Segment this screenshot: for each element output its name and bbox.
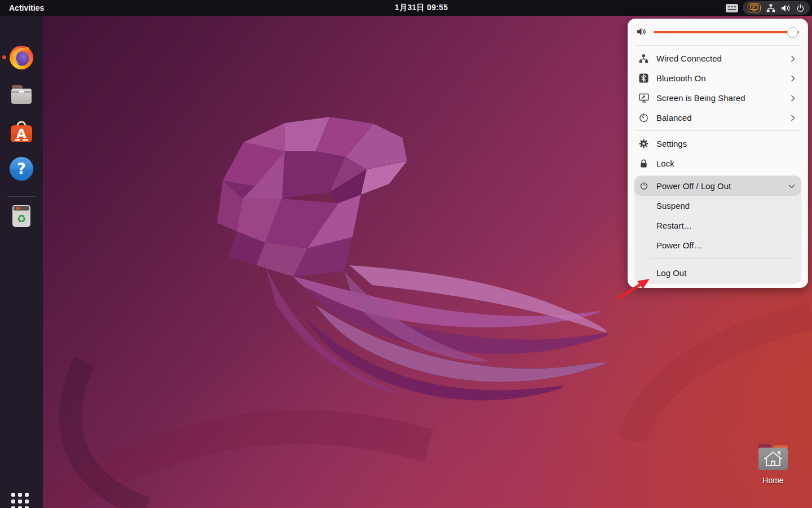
- menu-item-label: Balanced: [656, 113, 783, 122]
- power-section: Power Off / Log Out Suspend Restart… Pow…: [634, 176, 801, 284]
- volume-slider-knob[interactable]: [787, 27, 798, 38]
- desktop-home-folder[interactable]: Home: [756, 444, 790, 484]
- system-tray: [726, 1, 810, 15]
- clock-button[interactable]: 1月31日 09:55: [395, 0, 448, 16]
- power-icon: [796, 4, 805, 12]
- firefox-running-indicator: [2, 55, 6, 59]
- dock-files-icon[interactable]: [8, 81, 35, 108]
- volume-slider-row: [628, 19, 808, 42]
- menu-item-power-off-log-out[interactable]: Power Off / Log Out: [634, 176, 801, 196]
- home-label: Home: [756, 476, 790, 485]
- volume-icon: [781, 4, 791, 12]
- quick-settings-menu: Wired Connected Bluetooth On: [628, 19, 808, 288]
- desktop-screen: Activities 1月31日 09:55: [0, 0, 812, 508]
- dock-ubuntu-software-icon[interactable]: A: [8, 118, 35, 145]
- keyboard-layout-icon[interactable]: [726, 4, 738, 12]
- svg-text:♻: ♻: [16, 212, 26, 225]
- power-icon: [638, 181, 649, 190]
- submenu-item-power-off[interactable]: Power Off…: [634, 235, 801, 255]
- menu-item-label: Bluetooth On: [656, 73, 783, 83]
- menu-divider: [635, 45, 801, 46]
- submenu-divider: [649, 259, 793, 259]
- submenu-item-label: Suspend: [656, 201, 690, 211]
- screen-share-icon: [748, 3, 761, 12]
- dock-firefox-icon[interactable]: [8, 43, 35, 71]
- settings-gear-icon: [638, 139, 649, 148]
- menu-item-label: Wired Connected: [656, 54, 783, 63]
- menu-item-screen-share[interactable]: Screen is Being Shared: [634, 88, 801, 108]
- chevron-right-icon: [790, 55, 796, 63]
- submenu-item-restart[interactable]: Restart…: [634, 216, 801, 235]
- dock-trash-icon[interactable]: ♻: [8, 202, 35, 229]
- dock-help-icon[interactable]: ?: [8, 155, 35, 182]
- menu-item-label: Settings: [656, 139, 796, 148]
- svg-text:?: ?: [17, 160, 26, 177]
- chevron-right-icon: [790, 94, 796, 102]
- svg-text:A: A: [16, 126, 27, 141]
- submenu-item-label: Power Off…: [656, 240, 702, 250]
- menu-item-label: Screen is Being Shared: [656, 93, 783, 103]
- bluetooth-icon: [638, 73, 649, 83]
- chevron-right-icon: [790, 75, 796, 82]
- submenu-item-label: Restart…: [656, 221, 692, 230]
- menu-item-power-profile[interactable]: Balanced: [634, 108, 801, 128]
- chevron-right-icon: [790, 114, 796, 122]
- submenu-item-label: Log Out: [656, 268, 686, 278]
- submenu-item-log-out[interactable]: Log Out: [634, 263, 801, 283]
- lock-icon: [638, 159, 649, 168]
- menu-item-bluetooth[interactable]: Bluetooth On: [634, 68, 801, 88]
- speaker-icon: [637, 27, 647, 38]
- quick-settings-button[interactable]: [743, 1, 810, 15]
- power-profile-gauge-icon: [638, 113, 649, 122]
- volume-slider[interactable]: [654, 31, 799, 33]
- dock-divider: [7, 196, 36, 197]
- menu-item-label: Power Off / Log Out: [656, 181, 780, 191]
- dock: A ? ♻: [0, 16, 43, 508]
- network-wired-icon: [638, 54, 649, 63]
- menu-item-wired[interactable]: Wired Connected: [634, 49, 801, 68]
- activities-button[interactable]: Activities: [9, 3, 44, 12]
- menu-item-settings[interactable]: Settings: [634, 134, 801, 154]
- top-bar: Activities 1月31日 09:55: [0, 0, 812, 16]
- chevron-down-icon: [788, 181, 796, 191]
- menu-item-label: Lock: [656, 159, 796, 168]
- submenu-item-suspend[interactable]: Suspend: [634, 196, 801, 216]
- menu-divider: [635, 130, 801, 131]
- network-wired-icon: [766, 4, 775, 12]
- screen-share-icon: [638, 93, 649, 103]
- show-applications-icon[interactable]: [11, 493, 32, 508]
- menu-item-lock[interactable]: Lock: [634, 154, 801, 173]
